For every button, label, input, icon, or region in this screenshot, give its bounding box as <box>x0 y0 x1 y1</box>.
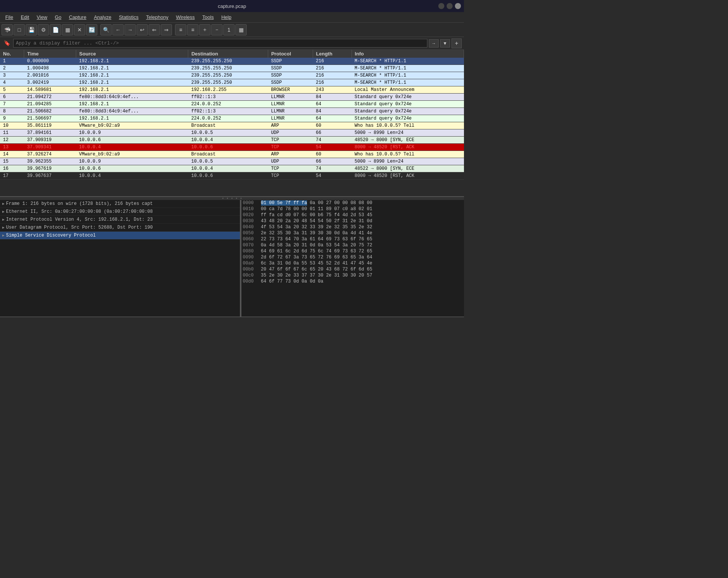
reload-button[interactable]: 🔄 <box>86 24 97 35</box>
table-row[interactable]: 1639.96761910.0.0.610.0.0.4TCP7448522 → … <box>0 165 464 172</box>
table-row[interactable]: 1035.861119VMware_b9:02:a9BroadcastARP60… <box>0 122 464 129</box>
col-protocol[interactable]: Protocol <box>268 50 313 58</box>
table-row[interactable]: 21.000498192.168.2.1239.255.255.250SSDP2… <box>0 65 464 72</box>
panel-divider[interactable]: • • • • • <box>0 197 464 200</box>
table-row[interactable]: 621.094272fe80::8dd3:64c9:4ef...ff02::1:… <box>0 94 464 101</box>
cell-src: 192.168.2.1 <box>76 79 188 86</box>
menu-item-edit[interactable]: Edit <box>17 14 33 21</box>
save-button[interactable]: 💾 <box>26 24 37 35</box>
prev-packet-button[interactable]: ⇐ <box>149 24 160 35</box>
table-row[interactable]: 32.001016192.168.2.1239.255.255.250SSDP2… <box>0 72 464 79</box>
table-row[interactable]: 1337.90934110.0.0.410.0.0.6TCP548000 → 4… <box>0 144 464 151</box>
hex-offset: 0080 <box>243 249 258 254</box>
colorize-button[interactable]: ≡ <box>175 24 186 35</box>
cell-dst: 10.0.0.6 <box>188 144 268 151</box>
menu-item-analyze[interactable]: Analyze <box>90 14 115 21</box>
maximize-button[interactable] <box>447 3 453 9</box>
next-packet-button[interactable]: ⇒ <box>161 24 172 35</box>
cell-len: 216 <box>313 65 352 72</box>
table-row[interactable]: 1739.96763710.0.0.410.0.0.6TCP548000 → 4… <box>0 172 464 180</box>
cell-info: Standard query 0x724e <box>352 115 464 122</box>
filter-dropdown-button[interactable]: ▼ <box>440 39 450 48</box>
cell-proto: LLMNR <box>268 94 313 101</box>
menu-item-statistics[interactable]: Statistics <box>115 14 142 21</box>
columns-button[interactable]: ≡ <box>187 24 198 35</box>
cell-src: VMware_b9:02:a9 <box>76 151 188 158</box>
table-row[interactable]: 821.506682fe80::8dd3:64c9:4ef...ff02::1:… <box>0 108 464 115</box>
cell-dst: 10.0.0.6 <box>188 172 268 180</box>
hex-bytes: 4f 53 54 3a 20 32 33 39 2e 32 35 35 2e 3… <box>261 224 462 230</box>
cell-proto: LLMNR <box>268 108 313 115</box>
table-row[interactable]: 1137.89416110.0.0.910.0.0.5UDP665000 → 8… <box>0 129 464 137</box>
menu-item-help[interactable]: Help <box>218 14 235 21</box>
detail-item-text: Frame 1: 216 bytes on wire (1728 bits), … <box>6 201 153 206</box>
menu-item-telephony[interactable]: Telephony <box>142 14 172 21</box>
cell-info: Who has 10.0.0.5? Tell <box>352 122 464 129</box>
col-time[interactable]: Time <box>24 50 76 58</box>
hex-highlight: 01 00 5e 7f ff fa <box>261 200 307 206</box>
cell-src: 10.0.0.6 <box>76 137 188 144</box>
cell-time: 39.967637 <box>24 172 76 180</box>
hex-offset: 0030 <box>243 218 258 224</box>
cell-src: fe80::8dd3:64c9:4ef... <box>76 94 188 101</box>
options-button[interactable]: ⚙ <box>38 24 49 35</box>
col-length[interactable]: Length <box>313 50 352 58</box>
detail-tree-item[interactable]: ▶Ethernet II, Src: 0a:00:27:00:00:08 (0a… <box>0 208 240 216</box>
hex-row: 00502e 32 35 30 3a 31 39 30 30 0d 0a 4d … <box>241 230 464 236</box>
cell-dst: 239.255.255.250 <box>188 65 268 72</box>
table-row[interactable]: 1539.96235510.0.0.910.0.0.5UDP665000 → 8… <box>0 158 464 165</box>
hex-bytes: 64 69 61 6c 2d 6d 75 6c 74 69 73 63 72 6… <box>261 249 462 254</box>
hex-offset: 0060 <box>243 237 258 242</box>
menu-item-wireless[interactable]: Wireless <box>172 14 198 21</box>
menu-item-view[interactable]: View <box>33 14 51 21</box>
cell-no: 14 <box>0 151 24 158</box>
detail-tree-item[interactable]: ▶User Datagram Protocol, Src Port: 52688… <box>0 224 240 232</box>
hex-bytes: 64 6f 77 73 0d 0a 0d 0a <box>261 279 462 284</box>
col-source[interactable]: Source <box>76 50 188 58</box>
search-button[interactable]: 🔍 <box>100 24 112 35</box>
detail-tree-item[interactable]: ▶Internet Protocol Version 4, Src: 192.1… <box>0 216 240 224</box>
cell-proto: LLMNR <box>268 115 313 122</box>
filterbar: 🔖 → ▼ + <box>0 37 464 50</box>
forward-button[interactable]: → <box>124 24 136 35</box>
detail-item-text: Ethernet II, Src: 0a:00:27:00:00:08 (0a:… <box>6 209 153 214</box>
filter-add-button[interactable]: + <box>452 38 462 48</box>
table-row[interactable]: 721.094285192.168.2.1224.0.0.252LLMNR64S… <box>0 101 464 108</box>
zoom-in-button[interactable]: ＋ <box>199 24 210 35</box>
shark-button[interactable]: 🦈 <box>2 24 13 35</box>
col-no[interactable]: No. <box>0 50 24 58</box>
table-row[interactable]: 1237.90931910.0.0.610.0.0.4TCP7448520 → … <box>0 137 464 144</box>
close-button[interactable] <box>455 3 461 9</box>
resize-columns-button[interactable]: ▦ <box>235 24 247 35</box>
table-row[interactable]: 43.002419192.168.2.1239.255.255.250SSDP2… <box>0 79 464 86</box>
menu-item-go[interactable]: Go <box>51 14 65 21</box>
table-row[interactable]: 1437.926274VMware_b9:02:a9BroadcastARP60… <box>0 151 464 158</box>
open-button[interactable]: 📄 <box>50 24 61 35</box>
filter-apply-button[interactable]: → <box>429 39 439 48</box>
goto-button[interactable]: ↩ <box>137 24 148 35</box>
col-destination[interactable]: Destination <box>188 50 268 58</box>
detail-tree-item[interactable]: ▶Frame 1: 216 bytes on wire (1728 bits),… <box>0 200 240 208</box>
close-capture-button[interactable]: ✕ <box>74 24 85 35</box>
table-row[interactable]: 921.506697192.168.2.1224.0.0.252LLMNR64S… <box>0 115 464 122</box>
detail-tree-item[interactable]: ▶Simple Service Discovery Protocol <box>0 232 240 240</box>
table-row[interactable]: 10.000000192.168.2.1239.255.255.250SSDP2… <box>0 58 464 65</box>
cell-proto: TCP <box>268 165 313 172</box>
expand-arrow-icon: ▶ <box>2 225 5 230</box>
stop-button[interactable]: □ <box>14 24 25 35</box>
hex-row: 00a06c 3a 31 0d 0a 55 53 45 52 2d 41 47 … <box>241 260 464 266</box>
menu-item-file[interactable]: File <box>2 14 17 21</box>
minimize-button[interactable] <box>438 3 444 9</box>
back-button[interactable]: ← <box>112 24 124 35</box>
layout-button[interactable]: ▦ <box>62 24 73 35</box>
cell-time: 2.001016 <box>24 72 76 79</box>
cell-proto: SSDP <box>268 72 313 79</box>
menu-item-capture[interactable]: Capture <box>65 14 90 21</box>
col-info[interactable]: Info <box>352 50 464 58</box>
zoom-out-button[interactable]: － <box>211 24 223 35</box>
filter-input[interactable] <box>13 39 427 48</box>
menu-item-tools[interactable]: Tools <box>198 14 217 21</box>
table-row[interactable]: 514.589681192.168.2.1192.168.2.255BROWSE… <box>0 86 464 94</box>
cell-dst: 10.0.0.4 <box>188 165 268 172</box>
zoom-reset-button[interactable]: 1 <box>223 24 235 35</box>
